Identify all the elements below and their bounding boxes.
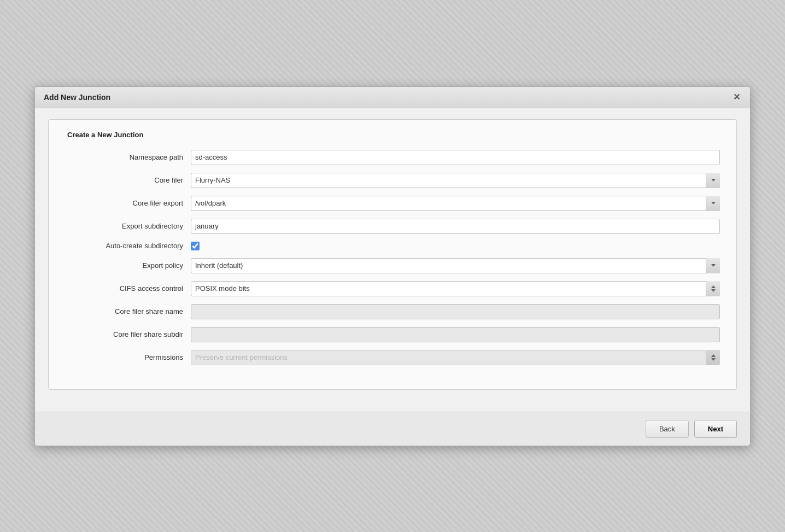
- namespace-path-input[interactable]: [191, 150, 720, 165]
- core-filer-control: Flurry-NAS: [191, 173, 720, 188]
- core-filer-export-control: /vol/dpark: [191, 196, 720, 211]
- core-filer-export-label: Core filer export: [65, 199, 191, 207]
- cifs-access-control-row: CIFS access control POSIX mode bits: [65, 281, 720, 296]
- close-button[interactable]: ✕: [731, 92, 741, 102]
- core-filer-share-name-control: [191, 304, 720, 319]
- export-policy-control: Inherit (default): [191, 258, 720, 273]
- auto-create-subdir-checkbox[interactable]: [191, 242, 200, 250]
- permissions-select-wrapper: Preserve current permissions: [191, 350, 720, 365]
- core-filer-export-select[interactable]: /vol/dpark: [191, 196, 720, 211]
- cifs-access-control-select-wrapper: POSIX mode bits: [191, 281, 720, 296]
- export-policy-row: Export policy Inherit (default): [65, 258, 720, 273]
- namespace-path-label: Namespace path: [65, 153, 191, 161]
- form-fieldset: Create a New Junction Namespace path Cor…: [48, 119, 737, 390]
- export-subdir-control: [191, 219, 720, 234]
- dialog-footer: Back Next: [35, 412, 750, 446]
- permissions-label: Permissions: [65, 353, 191, 361]
- export-policy-select[interactable]: Inherit (default): [191, 258, 720, 273]
- dialog-title: Add New Junction: [44, 93, 110, 102]
- add-junction-dialog: Add New Junction ✕ Create a New Junction…: [34, 86, 751, 446]
- next-button[interactable]: Next: [694, 420, 737, 438]
- permissions-control: Preserve current permissions: [191, 350, 720, 365]
- back-button[interactable]: Back: [646, 420, 689, 438]
- section-title: Create a New Junction: [65, 131, 720, 139]
- core-filer-select[interactable]: Flurry-NAS: [191, 173, 720, 188]
- core-filer-share-subdir-control: [191, 327, 720, 342]
- dialog-body: Create a New Junction Namespace path Cor…: [35, 108, 750, 412]
- auto-create-subdir-control: [191, 242, 720, 250]
- core-filer-row: Core filer Flurry-NAS: [65, 173, 720, 188]
- cifs-access-control-control: POSIX mode bits: [191, 281, 720, 296]
- namespace-path-control: [191, 150, 720, 165]
- permissions-select[interactable]: Preserve current permissions: [191, 350, 720, 365]
- core-filer-share-subdir-label: Core filer share subdir: [65, 330, 191, 338]
- auto-create-subdir-row: Auto-create subdirectory: [65, 242, 720, 250]
- core-filer-export-row: Core filer export /vol/dpark: [65, 196, 720, 211]
- core-filer-share-subdir-input[interactable]: [191, 327, 720, 342]
- core-filer-share-subdir-row: Core filer share subdir: [65, 327, 720, 342]
- core-filer-share-name-row: Core filer share name: [65, 304, 720, 319]
- core-filer-share-name-input[interactable]: [191, 304, 720, 319]
- auto-create-subdir-label: Auto-create subdirectory: [65, 242, 191, 250]
- dialog-titlebar: Add New Junction ✕: [35, 87, 750, 108]
- export-policy-select-wrapper: Inherit (default): [191, 258, 720, 273]
- namespace-path-row: Namespace path: [65, 150, 720, 165]
- export-policy-label: Export policy: [65, 261, 191, 270]
- core-filer-select-wrapper: Flurry-NAS: [191, 173, 720, 188]
- export-subdir-label: Export subdirectory: [65, 222, 191, 230]
- export-subdir-input[interactable]: [191, 219, 720, 234]
- core-filer-export-select-wrapper: /vol/dpark: [191, 196, 720, 211]
- permissions-row: Permissions Preserve current permissions: [65, 350, 720, 365]
- cifs-access-control-label: CIFS access control: [65, 284, 191, 293]
- core-filer-share-name-label: Core filer share name: [65, 307, 191, 315]
- export-subdir-row: Export subdirectory: [65, 219, 720, 234]
- cifs-access-control-select[interactable]: POSIX mode bits: [191, 281, 720, 296]
- core-filer-label: Core filer: [65, 176, 191, 184]
